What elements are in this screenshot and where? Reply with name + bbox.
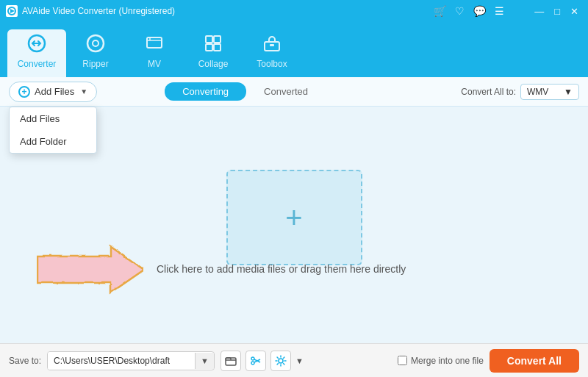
merge-checkbox-container: Merge into one file bbox=[398, 356, 484, 366]
svg-marker-1 bbox=[10, 9, 15, 13]
title-bar-left: AVAide Video Converter (Unregistered) bbox=[6, 5, 175, 17]
svg-point-14 bbox=[251, 357, 254, 360]
converter-icon bbox=[27, 34, 46, 56]
settings-button[interactable] bbox=[270, 351, 291, 371]
nav-label-converter: Converter bbox=[18, 59, 57, 69]
bottom-action-icons: ▼ bbox=[220, 351, 304, 371]
save-to-label: Save to: bbox=[9, 356, 41, 366]
hint-arrow bbox=[37, 243, 143, 295]
svg-point-4 bbox=[93, 40, 98, 46]
format-select[interactable]: WMV ▼ bbox=[520, 84, 579, 100]
settings-dropdown-arrow[interactable]: ▼ bbox=[295, 356, 304, 365]
convert-all-to-section: Convert All to: WMV ▼ bbox=[461, 84, 579, 100]
nav-label-mv: MV bbox=[148, 59, 161, 69]
hint-text: Click here to add media files or drag th… bbox=[157, 263, 406, 275]
tab-group: Converting Converted bbox=[165, 82, 326, 101]
bottom-bar: Save to: ▼ ▼ Mer bbox=[0, 343, 588, 377]
nav-item-collage[interactable]: Collage bbox=[184, 29, 243, 77]
nav-label-ripper: Ripper bbox=[82, 59, 108, 69]
toolbar: + Add Files ▼ Add Files Add Folder Conve… bbox=[0, 77, 588, 107]
svg-rect-6 bbox=[206, 36, 212, 43]
svg-point-15 bbox=[251, 362, 254, 365]
app-logo bbox=[6, 5, 18, 17]
mv-icon bbox=[145, 34, 164, 56]
dropdown-arrow-icon: ▼ bbox=[80, 87, 87, 96]
minimize-button[interactable]: — bbox=[531, 5, 548, 18]
svg-rect-9 bbox=[214, 44, 220, 51]
svg-rect-7 bbox=[214, 36, 220, 43]
plus-circle-icon: + bbox=[18, 86, 30, 98]
merge-label: Merge into one file bbox=[411, 356, 484, 366]
format-value: WMV bbox=[527, 87, 548, 97]
nav-label-collage: Collage bbox=[198, 59, 229, 69]
format-dropdown-icon: ▼ bbox=[564, 87, 573, 97]
svg-rect-5 bbox=[147, 37, 162, 48]
drop-zone-plus-icon: + bbox=[285, 203, 302, 232]
toolbox-icon bbox=[262, 34, 282, 56]
svg-rect-8 bbox=[206, 44, 212, 51]
nav-label-toolbox: Toolbox bbox=[257, 59, 287, 69]
svg-rect-11 bbox=[270, 44, 274, 46]
nav-item-converter[interactable]: Converter bbox=[7, 29, 66, 77]
open-folder-button[interactable] bbox=[220, 351, 241, 371]
title-bar-icons: 🛒 ♡ 💬 ☰ bbox=[434, 5, 504, 17]
nav-bar: Converter Ripper MV Collag bbox=[0, 22, 588, 77]
tab-converted[interactable]: Converted bbox=[246, 82, 326, 101]
nav-item-ripper[interactable]: Ripper bbox=[66, 29, 125, 77]
ripper-icon bbox=[86, 34, 105, 56]
menu-icon[interactable]: ☰ bbox=[495, 5, 504, 17]
collage-icon bbox=[204, 34, 223, 56]
message-icon[interactable]: 💬 bbox=[473, 5, 486, 17]
maximize-button[interactable]: □ bbox=[551, 5, 564, 18]
add-files-dropdown: Add Files Add Folder bbox=[9, 107, 97, 154]
convert-all-to-label: Convert All to: bbox=[461, 87, 516, 97]
add-files-button[interactable]: + Add Files ▼ bbox=[9, 82, 97, 102]
add-folder-option[interactable]: Add Folder bbox=[10, 130, 96, 153]
save-path-wrapper: ▼ bbox=[47, 351, 215, 370]
svg-point-3 bbox=[87, 35, 104, 51]
cart-icon[interactable]: 🛒 bbox=[434, 5, 446, 17]
merge-checkbox[interactable] bbox=[398, 356, 407, 365]
svg-marker-12 bbox=[37, 246, 143, 292]
nav-item-mv[interactable]: MV bbox=[125, 29, 184, 77]
hint-container: Click here to add media files or drag th… bbox=[37, 243, 406, 295]
svg-point-18 bbox=[279, 359, 283, 363]
nav-item-toolbox[interactable]: Toolbox bbox=[243, 29, 301, 77]
scissors-button[interactable] bbox=[245, 351, 266, 371]
save-path-input[interactable] bbox=[48, 352, 195, 370]
heart-icon[interactable]: ♡ bbox=[455, 5, 465, 17]
convert-all-button[interactable]: Convert All bbox=[490, 349, 579, 373]
add-files-label: Add Files bbox=[35, 86, 74, 97]
add-files-container: + Add Files ▼ Add Files Add Folder bbox=[9, 82, 97, 102]
tab-converting[interactable]: Converting bbox=[165, 82, 246, 101]
title-bar: AVAide Video Converter (Unregistered) 🛒 … bbox=[0, 0, 588, 22]
save-path-dropdown-icon[interactable]: ▼ bbox=[195, 353, 214, 369]
close-button[interactable]: ✕ bbox=[567, 5, 582, 18]
app-title: AVAide Video Converter (Unregistered) bbox=[22, 6, 175, 16]
add-files-option[interactable]: Add Files bbox=[10, 107, 96, 130]
title-bar-controls: — □ ✕ bbox=[531, 5, 582, 18]
